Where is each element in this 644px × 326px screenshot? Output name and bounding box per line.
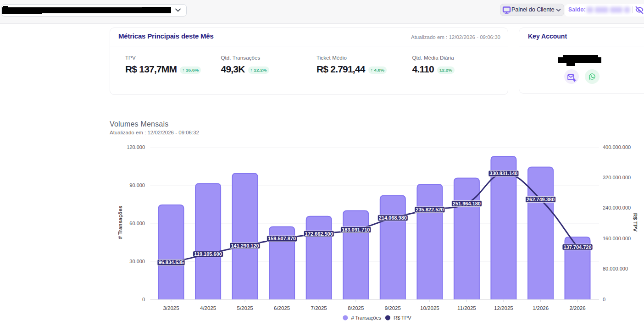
svg-text:60.000: 60.000	[129, 221, 145, 226]
svg-text:262.749.380: 262.749.380	[527, 197, 555, 202]
svg-text:# Transações: # Transações	[117, 206, 123, 239]
svg-text:4/2025: 4/2025	[200, 305, 216, 311]
svg-text:5/2025: 5/2025	[237, 305, 253, 311]
svg-text:240.000.000: 240.000.000	[603, 205, 631, 210]
svg-text:137.704.720: 137.704.720	[563, 244, 591, 250]
svg-text:3/2025: 3/2025	[163, 305, 179, 311]
svg-text:159.507.870: 159.507.870	[268, 236, 296, 241]
svg-text:251.964.180: 251.964.180	[453, 201, 481, 206]
svg-text:183.091.710: 183.091.710	[342, 227, 370, 232]
svg-text:7/2025: 7/2025	[311, 305, 327, 311]
svg-text:9/2025: 9/2025	[385, 305, 401, 311]
svg-text:320.000.000: 320.000.000	[603, 175, 631, 180]
svg-text:96.834.535: 96.834.535	[158, 260, 183, 265]
svg-text:172.662.500: 172.662.500	[305, 231, 333, 237]
svg-text:10/2025: 10/2025	[420, 305, 439, 311]
svg-text:12/2025: 12/2025	[494, 305, 513, 311]
svg-text:R$ TPV: R$ TPV	[633, 213, 638, 232]
svg-text:0: 0	[603, 297, 605, 302]
svg-text:0: 0	[142, 297, 145, 302]
svg-text:1/2026: 1/2026	[533, 305, 549, 311]
svg-text:330.831.140: 330.831.140	[489, 171, 517, 176]
svg-text:2/2026: 2/2026	[569, 305, 585, 311]
svg-text:214.068.980: 214.068.980	[379, 215, 407, 221]
svg-text:11/2025: 11/2025	[457, 305, 476, 311]
svg-text:90.000: 90.000	[129, 182, 145, 188]
svg-text:141.290.120: 141.290.120	[231, 243, 259, 249]
svg-text:# Transações: # Transações	[351, 315, 382, 320]
svg-text:400.000.000: 400.000.000	[603, 144, 631, 150]
svg-text:119.105.600: 119.105.600	[194, 251, 222, 257]
svg-text:R$ TPV: R$ TPV	[394, 315, 411, 320]
svg-text:6/2025: 6/2025	[274, 305, 290, 311]
svg-text:30.000: 30.000	[129, 259, 145, 264]
svg-text:235.822.520: 235.822.520	[416, 207, 444, 212]
svg-text:120.000: 120.000	[127, 144, 145, 150]
svg-text:160.000.000: 160.000.000	[603, 236, 631, 241]
svg-text:8/2025: 8/2025	[348, 305, 364, 311]
svg-text:80.000.000: 80.000.000	[603, 266, 628, 271]
